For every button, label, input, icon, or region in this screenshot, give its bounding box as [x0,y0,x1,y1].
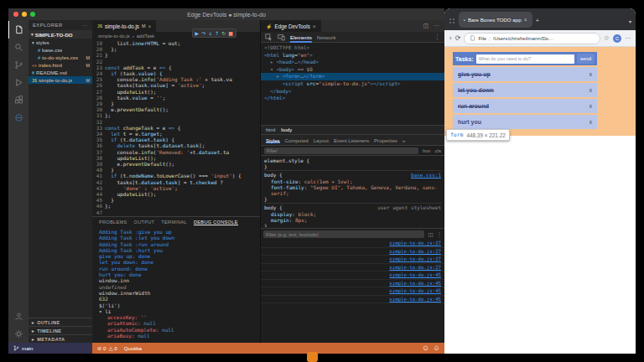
console-entry[interactable]: simple-to-do.js:45 [261,272,444,280]
styles-filter-input[interactable]: Filter [264,147,418,154]
tree-item-base.css[interactable]: #base.css [29,46,92,54]
tab-edge-devtools[interactable]: ⚡ Edge DevTools × [261,20,321,32]
tree-item-index.html[interactable]: <>index.htmlM [29,61,92,69]
task-item[interactable]: let you downx [453,83,597,97]
maximize-window-button[interactable] [30,12,35,17]
task-item[interactable]: hurt youx [453,115,597,129]
devtools-more-icon[interactable]: ⋮ [434,34,440,40]
dom-node[interactable]: </body> [261,88,444,96]
dom-node[interactable]: ▸ <head>…</head> [261,59,444,66]
section-metadata[interactable]: ▸METADATA [29,334,92,343]
pane-tab-layout[interactable]: Layout [314,137,329,143]
console-entry[interactable]: simple-to-do.js:45 [261,287,444,296]
vscode-title-bar[interactable]: Edge DevTools ● simple-to-do [8,8,444,20]
log-location-link[interactable]: simple-to-do.js:27 [389,249,441,254]
task-input[interactable]: What do you need to do? [476,54,574,64]
panel-tab-problems[interactable]: PROBLEMS [99,220,127,225]
pane-tab-event-listeners[interactable]: Event Listeners [334,137,369,143]
close-tab-icon[interactable]: × [524,17,527,23]
project-root[interactable]: ▾ SIMPLE-TO-DO [29,30,92,39]
class-toggle[interactable]: .cls [434,148,441,153]
hover-state-toggle[interactable]: :hov [422,148,431,153]
window-controls[interactable] [13,12,35,17]
crumb-body[interactable]: body [281,127,292,132]
status-branch-item[interactable]: main [8,343,92,354]
address-bar[interactable]: File | /Users/chrisheilmann/Do… [464,33,600,44]
new-tab-button[interactable]: + [536,17,540,24]
log-location-link[interactable]: simple-to-do.js:45 [389,288,441,293]
search-activity-button[interactable] [8,39,29,56]
pane-tab-properties[interactable]: Properties [374,137,397,143]
edge-devtools-activity-button[interactable] [8,109,29,127]
accounts-button[interactable] [8,308,29,325]
console-settings-icon[interactable]: ◫ [428,231,433,238]
delete-task-button[interactable]: x [589,71,592,77]
css-source-link[interactable]: base.css:1 [411,172,441,178]
feedback-icon[interactable] [423,345,428,351]
device-emulation-icon[interactable] [278,34,285,41]
dom-node[interactable]: </html> [261,95,444,102]
explorer-activity-button[interactable] [8,21,29,39]
task-item[interactable]: give you upx [453,67,597,81]
dom-node[interactable]: <!DOCTYPE html> [261,44,444,52]
debug-stop-button[interactable]: ■ [228,30,233,36]
log-location-link[interactable]: simple-to-do.js:45 [389,281,441,286]
breadcrumb-file[interactable]: simple-to-do.js [98,34,130,39]
bell-icon[interactable] [434,345,439,351]
debug-restart-button[interactable]: ↻ [221,30,226,36]
refresh-icon[interactable]: ⟳ [455,34,461,42]
console-entry[interactable]: simple-to-do.js:45 [261,280,444,288]
panel-tab-terminal[interactable]: TERMINAL [161,220,187,225]
panel-tab-output[interactable]: OUTPUT [134,220,155,225]
css-source-link[interactable]: user agent stylesheet [377,204,441,210]
tab-actions-icon[interactable] [449,18,455,24]
console-entry[interactable]: simple-to-do.js:27 [261,240,444,248]
log-location-link[interactable]: simple-to-do.js:27 [389,256,441,261]
console-entry[interactable]: simple-to-do.js:27 [261,256,444,264]
delete-task-button[interactable]: x [589,87,592,93]
explorer-more-icon[interactable]: ··· [82,23,88,28]
console-menu-icon[interactable]: ⋮ [437,231,443,238]
dom-node[interactable]: <html lang="en"> [261,52,444,59]
section-timeline[interactable]: ▸TIMELINE [29,326,92,334]
minimize-window-button[interactable] [22,12,27,17]
inspect-icon[interactable] [265,34,273,41]
log-location-link[interactable]: simple-to-do.js:27 [389,240,441,246]
favorites-star-icon[interactable]: ☆ [604,34,610,42]
editor-more-icon[interactable]: ⋯ [434,23,439,29]
debug-step-into-button[interactable]: ↓ [208,30,212,36]
console-filter-input[interactable]: Filter (e.g. text, !exclude) [263,230,424,238]
run-debug-activity-button[interactable] [8,74,29,91]
tree-item-styles[interactable]: ▾styles [29,39,92,46]
section-outline[interactable]: ▸OUTLINE [29,318,92,326]
send-button[interactable]: send [577,54,595,64]
dock-app-icon[interactable] [307,352,318,362]
delete-task-button[interactable]: x [589,119,592,125]
console-entry[interactable]: simple-to-do.js:45 [261,296,444,304]
devtools-tab-network[interactable]: Network [317,32,336,43]
extensions-activity-button[interactable] [8,91,29,109]
task-item[interactable]: run aroundx [453,99,597,113]
close-tab-icon[interactable]: × [313,23,316,29]
tree-item-simple-to-do.js[interactable]: JSsimple-to-do.jsM [29,76,92,84]
debug-continue-button[interactable]: ▶ [195,30,200,36]
close-tab-icon[interactable]: × [148,23,152,29]
pane-tab-styles[interactable]: Styles [266,137,280,143]
back-icon[interactable]: ‹ [449,34,452,42]
browser-tab-active[interactable]: ▪ Bare Bones TODO app × [459,12,532,28]
log-location-link[interactable]: simple-to-do.js:45 [389,272,441,277]
log-location-link[interactable]: simple-to-do.js:27 [389,265,441,270]
debug-step-out-button[interactable]: ↑ [215,30,219,36]
panel-tab-debug-console[interactable]: DEBUG CONSOLE [194,220,238,225]
css-rules-list[interactable]: element.style {}body {base.css:1font-siz… [261,156,444,227]
close-window-button[interactable] [13,12,18,17]
dom-node[interactable]: ▸ <form>…</form> [261,73,444,80]
pane-tab-computed[interactable]: Computed [285,137,309,143]
status-problems[interactable]: ⊘ 0 △ 0 [97,345,117,351]
profile-avatar[interactable]: C [613,34,621,43]
dom-node[interactable]: ▾ <body> == $0 [261,66,444,74]
delete-task-button[interactable]: x [589,103,592,109]
status-quokka[interactable]: Quokka [124,345,142,351]
settings-button[interactable] [8,325,29,343]
console-entry[interactable]: simple-to-do.js:27 [261,248,444,256]
